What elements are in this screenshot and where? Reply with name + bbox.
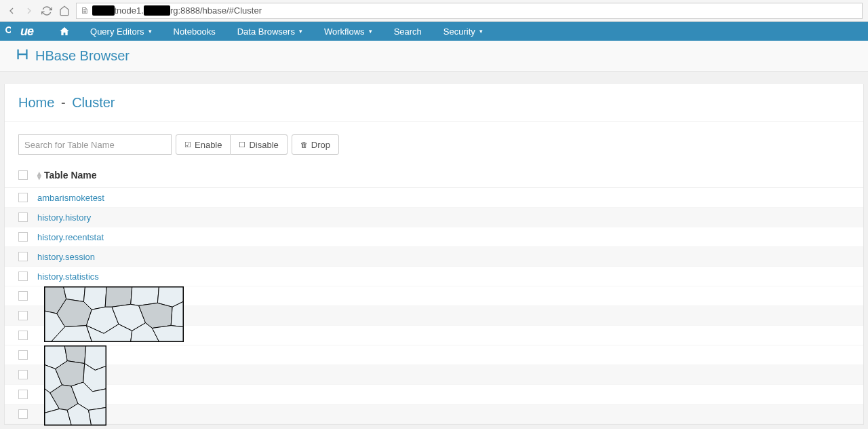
nav-data-browsers[interactable]: Data Browsers ▾ — [226, 22, 313, 41]
nav-label: Notebooks — [174, 26, 216, 37]
breadcrumb: Home - Cluster — [5, 84, 863, 122]
home-icon — [59, 26, 70, 37]
browser-chrome: 🗎 xxxxx tnode1. xxxxxx rg:8888/hbase/#Cl… — [0, 0, 868, 22]
row-checkbox[interactable] — [18, 271, 28, 281]
disable-label: Disable — [249, 140, 278, 150]
table-row: history.recentstat — [5, 227, 863, 247]
row-checkbox[interactable] — [18, 350, 28, 360]
row-checkbox[interactable] — [18, 370, 28, 379]
app-title[interactable]: HBase Browser — [15, 47, 130, 65]
toolbar: ☑ Enable ☐ Disable 🗑 Drop — [5, 122, 863, 163]
nav-query-editors[interactable]: Query Editors ▾ — [79, 22, 162, 41]
chevron-down-icon: ▾ — [149, 28, 152, 35]
row-checkbox[interactable] — [18, 232, 28, 242]
url-redacted: xxxxxx — [144, 5, 170, 16]
table-row: history.session — [5, 247, 863, 267]
breadcrumb-cluster[interactable]: Cluster — [72, 95, 115, 110]
table-link[interactable]: history.session — [37, 252, 95, 262]
nav-label: Search — [394, 26, 422, 37]
table-link[interactable]: history.statistics — [37, 271, 99, 282]
back-button[interactable] — [5, 5, 18, 17]
table-link[interactable]: ambarismoketest — [37, 193, 104, 203]
svg-point-2 — [7, 28, 11, 32]
table-row: history.statistics — [5, 267, 863, 286]
table-row: ambarismoketest — [5, 188, 863, 208]
table-row — [5, 405, 863, 424]
table-row — [5, 365, 863, 385]
nav-label: Workflows — [324, 26, 365, 37]
tables-list: ▴▾ Table Name ambarismoketest history.hi… — [5, 163, 863, 424]
check-icon: ☑ — [184, 140, 191, 149]
sort-icon[interactable]: ▴▾ — [37, 171, 41, 179]
url-redacted: xxxxx — [92, 5, 115, 16]
search-input[interactable] — [18, 134, 172, 155]
content-panel: Home - Cluster ☑ Enable ☐ Disable 🗑 Drop — [4, 84, 864, 425]
drop-button[interactable]: 🗑 Drop — [292, 134, 339, 155]
table-header-label: Table Name — [44, 170, 97, 181]
table-row — [5, 306, 863, 326]
nav-workflows[interactable]: Workflows ▾ — [313, 22, 383, 41]
row-checkbox[interactable] — [18, 390, 28, 399]
disable-button[interactable]: ☐ Disable — [231, 134, 287, 155]
table-header: ▴▾ Table Name — [5, 163, 863, 188]
table-row: history.history — [5, 208, 863, 227]
enable-disable-group: ☑ Enable ☐ Disable — [176, 134, 288, 155]
sub-header: HBase Browser — [0, 41, 868, 72]
row-checkbox[interactable] — [18, 409, 28, 419]
row-checkbox[interactable] — [18, 311, 28, 320]
nav-security[interactable]: Security ▾ — [433, 22, 494, 41]
hue-logo-text: ue — [20, 24, 33, 39]
browser-home-button[interactable] — [58, 5, 71, 17]
enable-label: Enable — [195, 140, 222, 150]
drop-label: Drop — [311, 140, 330, 150]
nav-search[interactable]: Search — [383, 22, 433, 41]
table-row — [5, 286, 863, 306]
nav-label: Query Editors — [90, 26, 144, 37]
page-icon: 🗎 — [81, 5, 90, 16]
trash-icon: 🗑 — [300, 140, 308, 149]
url-text-2: rg:8888/hbase/#Cluster — [170, 5, 262, 16]
svg-rect-1 — [11, 26, 18, 33]
table-link[interactable]: history.history — [37, 212, 91, 223]
nav-notebooks[interactable]: Notebooks — [163, 22, 226, 41]
row-checkbox[interactable] — [18, 331, 28, 340]
chevron-down-icon: ▾ — [479, 28, 483, 35]
table-row — [5, 345, 863, 365]
chevron-down-icon: ▾ — [299, 28, 302, 35]
forward-button[interactable] — [23, 5, 35, 17]
nav-label: Data Browsers — [237, 26, 295, 37]
content-shell: Home - Cluster ☑ Enable ☐ Disable 🗑 Drop — [0, 72, 868, 429]
row-checkbox[interactable] — [18, 193, 28, 202]
top-nav: ue Query Editors ▾ Notebooks Data Browse… — [0, 22, 868, 41]
hue-logo-icon — [5, 24, 19, 39]
select-all-checkbox[interactable] — [18, 170, 28, 180]
nav-home[interactable] — [50, 22, 79, 41]
enable-button[interactable]: ☑ Enable — [176, 134, 231, 155]
table-row — [5, 385, 863, 405]
table-link[interactable]: history.recentstat — [37, 232, 104, 242]
hbase-icon — [15, 47, 30, 65]
square-icon: ☐ — [239, 140, 245, 149]
row-checkbox[interactable] — [18, 291, 28, 301]
breadcrumb-separator: - — [61, 95, 66, 110]
reload-button[interactable] — [41, 5, 53, 17]
url-text-1: tnode1. — [115, 5, 144, 16]
nav-label: Security — [443, 26, 475, 37]
row-checkbox[interactable] — [18, 212, 28, 222]
app-title-text: HBase Browser — [35, 48, 130, 64]
hue-logo[interactable]: ue — [5, 24, 33, 39]
url-bar[interactable]: 🗎 xxxxx tnode1. xxxxxx rg:8888/hbase/#Cl… — [76, 3, 863, 19]
chevron-down-icon: ▾ — [369, 28, 372, 35]
row-checkbox[interactable] — [18, 252, 28, 261]
table-row — [5, 326, 863, 345]
breadcrumb-home[interactable]: Home — [18, 95, 54, 110]
